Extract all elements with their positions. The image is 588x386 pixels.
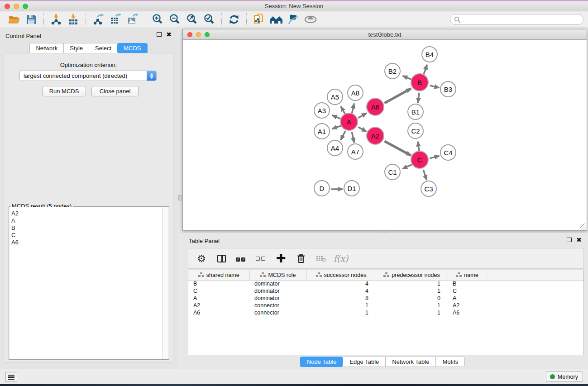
table-cell[interactable]: A <box>448 295 487 302</box>
table-cell[interactable]: 8 <box>306 295 376 302</box>
graph-node-A6[interactable]: A6 <box>366 98 384 116</box>
result-list-item[interactable]: B <box>11 224 162 232</box>
table-cell[interactable]: 1 <box>376 280 448 287</box>
tab-motifs[interactable]: Motifs <box>435 357 465 367</box>
table-cell[interactable]: connector <box>249 309 306 316</box>
table-cell[interactable]: dominator <box>249 280 306 287</box>
search-field[interactable] <box>450 14 583 25</box>
table-cell[interactable]: 1 <box>376 287 448 295</box>
graph-node-A2[interactable]: A2 <box>366 127 384 145</box>
table-cell[interactable]: 1 <box>376 302 448 309</box>
window-resize-grip[interactable] <box>580 224 586 230</box>
graph-node-C4[interactable]: C4 <box>440 144 456 161</box>
table-cell[interactable]: A <box>188 295 249 302</box>
column-header-predecessor-nodes[interactable]: predecessor nodes <box>376 270 448 280</box>
table-cell[interactable]: 1 <box>376 309 448 316</box>
delete-column-button[interactable] <box>294 251 308 266</box>
memory-button[interactable]: Memory <box>546 372 583 382</box>
hide-selected-button[interactable] <box>285 12 302 27</box>
graph-node-B2[interactable]: B2 <box>384 63 401 79</box>
deselect-all-button[interactable] <box>254 251 268 266</box>
result-list-item[interactable]: A6 <box>11 239 162 246</box>
table-row[interactable]: A2connector11A2 <box>188 302 583 309</box>
result-list-item[interactable]: A <box>11 217 162 224</box>
graph-node-D[interactable]: D <box>314 180 330 196</box>
float-panel-icon[interactable] <box>157 32 162 37</box>
graph-node-A5[interactable]: A5 <box>327 89 343 105</box>
add-column-button[interactable]: ✚ <box>274 251 288 266</box>
table-cell[interactable]: B <box>188 280 249 287</box>
select-all-button[interactable]: ✓✓ <box>234 251 248 266</box>
export-image-button[interactable] <box>124 12 141 27</box>
network-window-titlebar[interactable]: testGlobe.txt <box>183 29 587 40</box>
graph-node-A8[interactable]: A8 <box>347 85 363 101</box>
table-cell[interactable]: A2 <box>448 302 487 309</box>
table-cell[interactable]: dominator <box>249 295 306 302</box>
show-columns-button[interactable] <box>215 251 228 266</box>
save-session-button[interactable] <box>23 12 40 27</box>
show-all-button[interactable] <box>302 12 319 27</box>
table-cell[interactable]: 4 <box>306 287 376 295</box>
tab-network-table[interactable]: Network Table <box>385 357 435 367</box>
graph-node-B1[interactable]: B1 <box>407 104 424 120</box>
result-list-item[interactable]: C <box>11 232 162 239</box>
column-header-name[interactable]: name <box>448 270 487 280</box>
graph-node-A7[interactable]: A7 <box>347 143 363 160</box>
search-input[interactable] <box>461 16 583 23</box>
splitter-vertical-thumb[interactable] <box>178 195 182 200</box>
zoom-in-button[interactable] <box>149 12 166 27</box>
table-cell[interactable]: connector <box>249 302 306 309</box>
table-settings-button[interactable]: ⚙ <box>195 251 208 266</box>
column-header-MCDS-role[interactable]: MCDS role <box>249 270 306 280</box>
tab-style[interactable]: Style <box>63 43 89 53</box>
task-history-button[interactable] <box>5 372 17 382</box>
export-table-button[interactable] <box>107 12 124 27</box>
graph-node-A3[interactable]: A3 <box>314 102 330 119</box>
network-canvas[interactable]: AA1A2A3A4A5A6A7A8BB1B2B3B4CC1C2C3C4DD1 <box>183 40 586 230</box>
result-list-item[interactable]: A2 <box>11 210 162 217</box>
graph-node-C2[interactable]: C2 <box>407 123 424 139</box>
graph-node-B4[interactable]: B4 <box>421 46 438 62</box>
close-panel-button[interactable]: Close panel <box>91 86 139 96</box>
graph-node-B[interactable]: B <box>411 73 429 91</box>
graph-node-A1[interactable]: A1 <box>314 123 330 139</box>
column-header-successor-nodes[interactable]: successor nodes <box>306 270 376 280</box>
criterion-dropdown[interactable]: largest connected component (directed) <box>19 71 157 81</box>
open-file-button[interactable] <box>5 12 23 27</box>
table-cell[interactable]: 0 <box>376 295 448 302</box>
graph-node-B3[interactable]: B3 <box>440 81 456 97</box>
run-mcds-button[interactable]: Run MCDS <box>42 86 86 96</box>
graph-node-C3[interactable]: C3 <box>421 181 437 197</box>
table-cell[interactable]: 1 <box>306 302 376 309</box>
result-scrollbar[interactable] <box>163 207 168 359</box>
mcds-result-list[interactable]: A2ABCA6 <box>10 207 163 359</box>
table-cell[interactable]: A2 <box>188 302 249 309</box>
import-table-button[interactable] <box>65 12 82 27</box>
column-header-shared-name[interactable]: shared name <box>188 270 249 280</box>
graph-node-D1[interactable]: D1 <box>344 180 360 196</box>
zoom-selected-button[interactable] <box>201 12 218 27</box>
close-table-panel-icon[interactable]: ✖ <box>576 238 582 242</box>
table-row[interactable]: Bdominator41B <box>188 280 583 287</box>
graph-node-A[interactable]: A <box>340 113 358 131</box>
table-row[interactable]: Adominator80A <box>188 295 583 302</box>
tab-mcds[interactable]: MCDS <box>117 43 147 53</box>
delete-table-button[interactable] <box>314 251 328 266</box>
tab-network[interactable]: Network <box>29 43 63 53</box>
new-network-from-selection-button[interactable] <box>250 12 268 27</box>
table-cell[interactable]: dominator <box>249 287 306 295</box>
table-cell[interactable]: C <box>188 287 249 295</box>
first-neighbors-button[interactable] <box>268 12 285 27</box>
zoom-fit-button[interactable] <box>183 12 201 27</box>
tab-node-table[interactable]: Node Table <box>300 357 343 367</box>
close-panel-icon[interactable]: ✖ <box>166 32 172 37</box>
refresh-button[interactable] <box>225 12 243 27</box>
graph-node-C[interactable]: C <box>411 151 429 169</box>
graph-node-A4[interactable]: A4 <box>327 140 343 156</box>
table-cell[interactable]: 4 <box>306 280 376 287</box>
float-table-panel-icon[interactable] <box>567 238 572 242</box>
function-builder-button[interactable]: f(x) <box>334 251 348 266</box>
table-cell[interactable]: A6 <box>448 309 487 316</box>
graph-node-C1[interactable]: C1 <box>384 164 401 180</box>
export-network-button[interactable] <box>90 12 107 27</box>
